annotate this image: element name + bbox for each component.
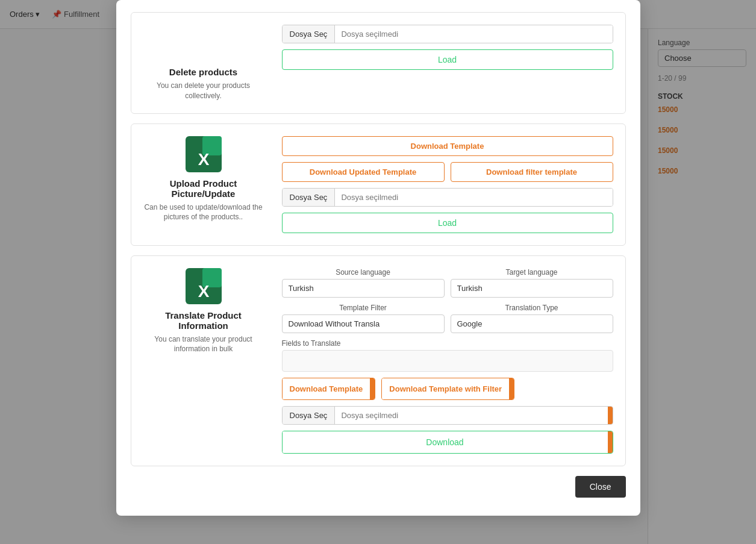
upload-download-filter-btn[interactable]: Download filter template	[451, 162, 613, 182]
upload-btn-row: Download Updated Template Download filte…	[282, 162, 613, 182]
section-delete-title: Delete products	[169, 67, 237, 77]
translate-filter-row: Template Filter Translation Type	[282, 304, 613, 333]
section-delete-desc: You can delete your products collectivel…	[143, 81, 264, 101]
delete-file-choose-btn[interactable]: Dosya Seç	[283, 25, 336, 43]
section-upload-picture: X Upload Product Picture/Update Can be u…	[131, 123, 626, 246]
translate-download-btn-wrapper: Download	[282, 431, 613, 454]
section-delete-left: Delete products You can delete your prod…	[143, 25, 264, 101]
template-filter-label: Template Filter	[282, 304, 445, 312]
svg-text:X: X	[198, 150, 209, 169]
modal-container: Delete products You can delete your prod…	[116, 0, 640, 516]
delete-load-btn[interactable]: Load	[282, 49, 613, 70]
translate-file-choose-btn[interactable]: Dosya Seç	[283, 407, 336, 424]
source-language-input[interactable]	[282, 279, 445, 298]
excel-icon: X	[186, 136, 222, 172]
modal-backdrop: Delete products You can delete your prod…	[0, 0, 756, 544]
delete-file-input-row: Dosya Seç	[282, 25, 613, 43]
section-translate: X Translate Product Information You can …	[131, 255, 626, 466]
source-language-label: Source language	[282, 268, 445, 277]
section-upload-right: Download Template Download Updated Templ…	[282, 136, 613, 233]
upload-download-updated-btn[interactable]: Download Updated Template	[282, 162, 445, 182]
translate-lang-row: Source language Target language	[282, 268, 613, 298]
target-language-group: Target language	[451, 268, 613, 298]
template-filter-input[interactable]	[282, 314, 445, 333]
delete-file-name	[335, 25, 612, 43]
upload-file-choose-btn[interactable]: Dosya Seç	[283, 189, 336, 206]
translate-download-filter-btn-wrapper: Download Template with Filter	[381, 378, 514, 400]
modal-footer: Close	[131, 476, 626, 498]
translate-download-template-btn-wrapper: Download Template	[282, 378, 376, 400]
upload-download-template-btn[interactable]: Download Template	[282, 136, 613, 156]
translate-download-btn[interactable]: Download	[283, 431, 608, 453]
translation-type-input[interactable]	[451, 314, 613, 333]
upload-file-input-row: Dosya Seç	[282, 188, 613, 207]
translate-excel-icon: X	[186, 268, 222, 304]
section-upload-title: Upload Product Picture/Update	[143, 178, 264, 199]
section-delete-spacer	[186, 25, 222, 61]
translate-download-accent	[608, 431, 613, 453]
translate-file-name	[335, 407, 607, 424]
translate-download-filter-btn[interactable]: Download Template with Filter	[382, 378, 509, 399]
section-delete-products: Delete products You can delete your prod…	[131, 12, 626, 114]
section-translate-left: X Translate Product Information You can …	[143, 268, 264, 355]
section-upload-desc: Can be used to update/download the pictu…	[143, 202, 264, 223]
upload-file-name	[335, 189, 612, 206]
close-button[interactable]: Close	[575, 476, 626, 498]
translate-file-input-row: Dosya Seç	[282, 406, 613, 425]
upload-load-btn[interactable]: Load	[282, 213, 613, 233]
translate-file-accent	[608, 407, 613, 424]
translation-type-group: Translation Type	[451, 304, 613, 333]
translation-type-label: Translation Type	[451, 304, 613, 312]
fields-to-translate-label: Fields to Translate	[282, 339, 613, 348]
translate-download-template-btn[interactable]: Download Template	[283, 378, 370, 399]
template-filter-group: Template Filter	[282, 304, 445, 333]
fields-to-translate-group: Fields to Translate	[282, 339, 613, 372]
translate-download-btn-row: Download Template Download Template with…	[282, 378, 613, 400]
fields-to-translate-input[interactable]	[282, 350, 613, 372]
section-upload-left: X Upload Product Picture/Update Can be u…	[143, 136, 264, 223]
source-language-group: Source language	[282, 268, 445, 298]
target-language-label: Target language	[451, 268, 613, 277]
section-delete-right: Dosya Seç Load	[282, 25, 613, 70]
translate-download-template-accent	[370, 378, 375, 399]
section-translate-right: Source language Target language Template…	[282, 268, 613, 454]
section-translate-title: Translate Product Information	[143, 310, 264, 331]
target-language-input[interactable]	[451, 279, 613, 298]
svg-text:X: X	[198, 282, 209, 301]
section-translate-desc: You can translate your product informati…	[143, 334, 264, 355]
translate-download-filter-accent	[509, 378, 514, 399]
